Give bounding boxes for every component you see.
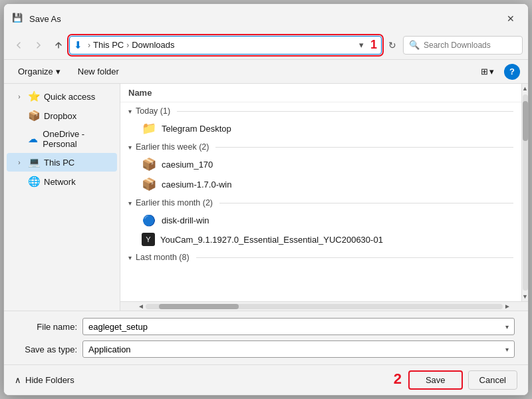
view-icon: ⊞ xyxy=(481,66,488,76)
hide-folders-icon: ∧ xyxy=(15,375,21,385)
filetype-row: Save as type: Application ▾ xyxy=(17,340,515,358)
sidebar-item-onedrive[interactable]: ☁ OneDrive - Personal xyxy=(7,126,117,152)
new-folder-button[interactable]: New folder xyxy=(72,64,125,79)
disk-drill-icon: 🔵 xyxy=(142,213,156,227)
group-earlier-month-label: Earlier this month (2) xyxy=(136,198,213,207)
sidebar: › ⭐ Quick access 📦 Dropbox ☁ OneDrive - … xyxy=(4,84,120,311)
sidebar-item-dropbox[interactable]: 📦 Dropbox xyxy=(7,106,117,125)
name-column-header: Name xyxy=(128,88,152,98)
network-icon: 🌐 xyxy=(28,176,40,188)
dropbox-icon: 📦 xyxy=(28,110,40,122)
quick-access-icon: ⭐ xyxy=(28,90,40,102)
refresh-button[interactable]: ↻ xyxy=(383,36,402,55)
group-last-month[interactable]: ▾ Last month (8) xyxy=(120,249,521,265)
sidebar-label-quick-access: Quick access xyxy=(44,92,95,102)
h-scroll-track xyxy=(146,304,503,309)
close-button[interactable]: ✕ xyxy=(501,9,520,28)
breadcrumb-sep-2: › xyxy=(126,41,129,50)
toolbar: Organize ▾ New folder ⊞ ▾ ? xyxy=(4,60,528,84)
v-scroll-track xyxy=(523,94,528,291)
file-item-disk-drill[interactable]: 🔵 disk-drill-win xyxy=(120,210,521,230)
hide-folders-label: Hide Folders xyxy=(25,375,74,385)
filetype-input-wrapper[interactable]: Application ▾ xyxy=(82,340,515,358)
breadcrumb-sep-1: › xyxy=(88,41,90,50)
this-pc-icon: 💻 xyxy=(28,156,40,168)
back-button[interactable] xyxy=(9,36,28,55)
footer: ∧ Hide Folders 2 Save Cancel xyxy=(4,364,528,395)
organize-label: Organize xyxy=(18,66,53,76)
sidebar-item-network[interactable]: 🌐 Network xyxy=(7,172,117,191)
h-scroll-thumb[interactable] xyxy=(159,304,239,309)
filetype-dropdown-icon[interactable]: ▾ xyxy=(505,346,509,353)
search-input[interactable] xyxy=(424,41,517,50)
organize-arrow: ▾ xyxy=(56,66,61,76)
cancel-button[interactable]: Cancel xyxy=(468,370,517,390)
caesium-win-icon: 📦 xyxy=(142,177,156,192)
sidebar-label-onedrive: OneDrive - Personal xyxy=(43,129,112,149)
group-earlier-week-label: Earlier this week (2) xyxy=(136,142,209,152)
group-today[interactable]: ▾ Today (1) xyxy=(120,102,521,118)
scroll-up-button[interactable]: ▲ xyxy=(521,84,528,93)
expander-network xyxy=(15,178,24,186)
sidebar-item-quick-access[interactable]: › ⭐ Quick access xyxy=(7,87,117,106)
expander-quick-access: › xyxy=(15,93,24,100)
h-scroll-right-button[interactable]: ► xyxy=(503,303,512,310)
group-earlier-week[interactable]: ▾ Earlier this week (2) xyxy=(120,138,521,154)
breadcrumb-downloads: Downloads xyxy=(132,40,174,50)
save-button[interactable]: Save xyxy=(408,370,463,390)
file-list-inner: Name ▾ Today (1) 📁 Telegram Desktop xyxy=(120,84,528,301)
file-item-caesium-170[interactable]: 📦 caesium_170 xyxy=(120,154,521,174)
up-button[interactable] xyxy=(49,36,68,55)
caesium-170-icon: 📦 xyxy=(142,157,156,172)
dialog-title: Save As xyxy=(29,14,501,24)
group-last-month-label: Last month (8) xyxy=(136,253,190,262)
help-button[interactable]: ? xyxy=(504,64,520,80)
filename-dropdown-icon[interactable]: ▾ xyxy=(505,323,509,331)
filename-input[interactable] xyxy=(88,322,495,332)
filename-input-wrapper: ▾ xyxy=(82,318,515,335)
telegram-icon: 📁 xyxy=(142,121,156,136)
sidebar-item-this-pc[interactable]: › 💻 This PC xyxy=(7,153,117,172)
breadcrumb-this-pc: This PC xyxy=(93,40,124,50)
file-item-telegram[interactable]: 📁 Telegram Desktop xyxy=(120,118,521,138)
organize-button[interactable]: Organize ▾ xyxy=(12,64,66,79)
chevron-earlier-month: ▾ xyxy=(128,200,132,207)
chevron-today: ▾ xyxy=(128,108,132,115)
hide-folders-button[interactable]: ∧ Hide Folders xyxy=(15,375,74,385)
filename-row: File name: ▾ xyxy=(17,318,515,335)
annotation-1: 1 xyxy=(370,38,377,52)
nav-bar: ⬇ › This PC › Downloads ▾ 1 ↻ 🔍 xyxy=(4,31,528,60)
search-icon: 🔍 xyxy=(409,40,420,50)
main-content: › ⭐ Quick access 📦 Dropbox ☁ OneDrive - … xyxy=(4,84,528,311)
expander-onedrive xyxy=(15,136,23,143)
h-scroll-left-button[interactable]: ◄ xyxy=(136,303,146,310)
file-item-caesium-win[interactable]: 📦 caesium-1.7.0-win xyxy=(120,174,521,194)
vertical-scrollbar[interactable]: ▲ ▼ xyxy=(521,84,528,301)
caesium-win-label: caesium-1.7.0-win xyxy=(162,180,232,190)
new-folder-label: New folder xyxy=(78,66,119,76)
youcam-icon: Y xyxy=(142,233,155,246)
chevron-last-month: ▾ xyxy=(128,254,132,261)
file-item-youcam[interactable]: Y YouCam_9.1.1927.0_Essential_Essential_… xyxy=(120,230,521,249)
forward-button[interactable] xyxy=(29,36,48,55)
telegram-label: Telegram Desktop xyxy=(162,124,231,134)
sidebar-label-network: Network xyxy=(44,177,76,187)
onedrive-icon: ☁ xyxy=(27,133,39,145)
view-button[interactable]: ⊞ ▾ xyxy=(476,64,499,79)
sidebar-label-this-pc: This PC xyxy=(44,158,74,168)
save-as-dialog: 💾 Save As ✕ ⬇ › This PC › Downloads ▾ 1 … xyxy=(3,3,529,396)
breadcrumb-bar[interactable]: ⬇ › This PC › Downloads ▾ 1 xyxy=(69,36,382,55)
disk-drill-label: disk-drill-win xyxy=(162,215,209,225)
breadcrumb-dropdown-icon[interactable]: ▾ xyxy=(356,39,368,51)
download-icon: ⬇ xyxy=(74,39,82,51)
youcam-label: YouCam_9.1.1927.0_Essential_Essential_YU… xyxy=(160,235,383,245)
scroll-down-button[interactable]: ▼ xyxy=(521,292,528,301)
filetype-label: Save as type: xyxy=(17,344,77,354)
v-scroll-thumb[interactable] xyxy=(523,101,528,141)
footer-actions: 2 Save Cancel xyxy=(394,370,517,390)
annotation-2: 2 xyxy=(394,370,402,390)
expander-dropbox xyxy=(15,112,24,120)
caesium-170-label: caesium_170 xyxy=(162,160,213,170)
group-earlier-month[interactable]: ▾ Earlier this month (2) xyxy=(120,194,521,210)
bottom-section: File name: ▾ Save as type: Application ▾ xyxy=(4,311,528,364)
